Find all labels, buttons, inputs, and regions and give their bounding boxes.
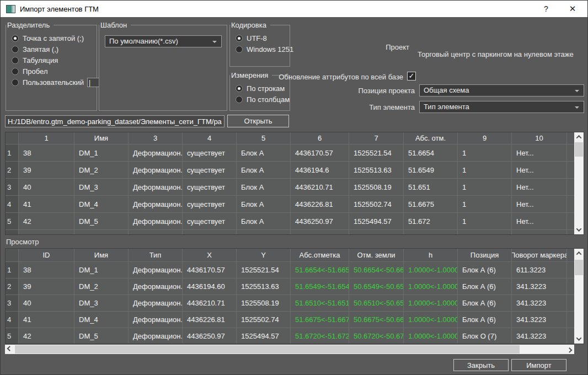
row-number-cell: 2 <box>6 162 19 179</box>
close-button[interactable]: Закрыть <box>453 359 509 371</box>
radio-icon[interactable] <box>12 46 19 53</box>
table-row[interactable]: 340DM_3Деформацион...существуетБлок А443… <box>6 179 575 196</box>
radio-option[interactable]: По столбцам <box>236 94 287 105</box>
template-combobox-value: По умолчанию(*.csv) <box>109 37 178 45</box>
column-header[interactable]: 5 <box>237 132 291 144</box>
title-bar[interactable]: Импорт элементов ГТМ ? ✕ <box>1 1 587 17</box>
radio-icon[interactable] <box>236 85 243 92</box>
radio-option[interactable]: Табуляция <box>12 55 94 66</box>
scrollbar-thumb[interactable] <box>15 345 520 353</box>
encoding-options: UTF-8Windows 1251 <box>236 33 287 55</box>
close-icon[interactable]: ✕ <box>561 1 584 17</box>
file-path-input[interactable] <box>5 115 224 127</box>
scroll-down-icon[interactable] <box>574 225 584 234</box>
column-header[interactable]: 10 <box>512 132 567 144</box>
radio-option[interactable]: Запятая (,) <box>12 44 94 55</box>
column-header[interactable]: 7 <box>349 132 404 144</box>
radio-icon[interactable] <box>236 46 243 53</box>
scroll-down-icon[interactable] <box>574 334 584 344</box>
measurements-group-title: Измерения <box>230 71 272 80</box>
preview-table-vertical-scrollbar[interactable] <box>574 249 584 344</box>
element-type-combobox[interactable]: Тип элемента <box>419 101 584 113</box>
table-row[interactable]: 239DM_2Деформацион...существуетБлок А443… <box>6 162 575 179</box>
column-header[interactable]: 4 <box>183 132 237 144</box>
radio-icon[interactable] <box>12 57 19 64</box>
table-row[interactable]: 542DM_5Деформацион...4436250.971525494.5… <box>6 328 575 344</box>
table-cell: 51.6510<-51.6510 <box>291 295 349 312</box>
radio-option[interactable]: Пользовательский <box>12 77 94 88</box>
radio-option[interactable]: По строкам <box>236 83 287 94</box>
import-button[interactable]: Импорт <box>511 359 566 371</box>
chevron-down-icon <box>575 90 579 92</box>
table-row[interactable]: 542DM_5Деформацион...существуетБлок А443… <box>6 213 575 230</box>
source-table: 1Имя34567Абс. отм.910138DM_1Деформацион.… <box>6 132 575 235</box>
table-cell: 4436226.81 <box>183 312 237 328</box>
table-cell: 51.6675 <box>404 196 458 213</box>
column-header[interactable]: ID <box>19 249 74 262</box>
radio-icon[interactable] <box>12 68 19 75</box>
table-cell: 1.0000<-1.0000 <box>404 328 458 344</box>
table-cell: Нет... <box>512 196 567 213</box>
table-row[interactable]: 239DM_2Деформацион...4436194.601525513.6… <box>6 278 575 295</box>
table-row[interactable]: 340DM_3Деформацион...4436210.711525508.1… <box>6 295 575 312</box>
update-attributes-checkbox[interactable]: ✓ <box>407 72 416 81</box>
column-header[interactable]: 9 <box>458 132 512 144</box>
column-header[interactable] <box>6 132 19 144</box>
table-cell: 51.6675<-51.6675 <box>291 312 349 328</box>
row-number-cell: 5 <box>6 328 19 344</box>
radio-label: Точка с запятой (;) <box>23 34 84 42</box>
radio-option[interactable]: UTF-8 <box>236 33 287 44</box>
radio-option[interactable]: Windows 1251 <box>236 44 287 55</box>
table-cell: Нет... <box>512 230 567 235</box>
radio-icon[interactable] <box>236 96 243 103</box>
help-button[interactable]: ? <box>534 1 558 17</box>
column-header[interactable] <box>6 249 19 262</box>
column-header[interactable]: Абс. отм. <box>404 132 458 144</box>
custom-delimiter-input[interactable] <box>87 78 99 87</box>
column-header[interactable]: Имя <box>74 132 129 144</box>
preview-section-label: Просмотр <box>6 238 39 246</box>
column-header[interactable]: Имя <box>74 249 129 262</box>
radio-icon[interactable] <box>12 79 19 86</box>
scroll-up-icon[interactable] <box>574 132 584 142</box>
column-header[interactable]: Тип <box>129 249 183 262</box>
scrollbar-thumb[interactable] <box>575 260 583 275</box>
column-header[interactable]: Y <box>237 249 291 262</box>
table-cell: DM_6 <box>74 230 129 235</box>
table-cell: 38 <box>19 144 74 162</box>
radio-option[interactable]: Пробел <box>12 66 94 77</box>
scroll-right-icon[interactable] <box>565 345 574 354</box>
table-cell: Деформацион... <box>129 312 183 328</box>
radio-icon[interactable] <box>236 35 243 42</box>
table-row[interactable]: 441DM_4Деформацион...4436226.811525502.7… <box>6 312 575 328</box>
table-row[interactable]: 643DM_6Деформацион...существуетБлок А443… <box>6 230 575 235</box>
table-cell: Блок А (6) <box>458 295 512 312</box>
radio-option[interactable]: Точка с запятой (;) <box>12 33 94 44</box>
scroll-up-icon[interactable] <box>574 249 584 258</box>
open-file-button[interactable]: Открыть <box>227 115 289 127</box>
column-header[interactable]: 1 <box>19 132 74 144</box>
table-row[interactable]: 138DM_1Деформацион...существуетБлок А443… <box>6 144 575 162</box>
column-header[interactable]: 3 <box>129 132 183 144</box>
column-header[interactable]: h <box>404 249 458 262</box>
table-row[interactable]: 138DM_1Деформацион...4436170.571525521.5… <box>6 262 575 278</box>
scrollbar-thumb[interactable] <box>575 142 583 157</box>
column-header[interactable]: Поворот маркера <box>512 249 567 262</box>
column-header[interactable]: Отм. земли <box>349 249 404 262</box>
column-header[interactable]: X <box>183 249 237 262</box>
radio-icon[interactable] <box>12 35 19 42</box>
source-table-vertical-scrollbar[interactable] <box>574 132 584 234</box>
column-header[interactable]: Позиция <box>458 249 512 262</box>
table-row[interactable]: 441DM_4Деформацион...существуетБлок А443… <box>6 196 575 213</box>
column-header[interactable]: Абс.отметка <box>291 249 349 262</box>
table-cell: 1 <box>458 213 512 230</box>
scroll-left-icon[interactable] <box>5 345 14 354</box>
table-cell: Деформацион... <box>129 278 183 295</box>
column-header[interactable]: 6 <box>291 132 349 144</box>
table-cell: 1525494.57 <box>349 213 404 230</box>
table-cell: DM_5 <box>74 213 129 230</box>
template-combobox[interactable]: По умолчанию(*.csv) <box>105 35 222 47</box>
project-position-combobox[interactable]: Общая схема <box>419 84 584 97</box>
table-cell: 4436194.60 <box>183 278 237 295</box>
horizontal-scrollbar[interactable] <box>5 345 574 354</box>
